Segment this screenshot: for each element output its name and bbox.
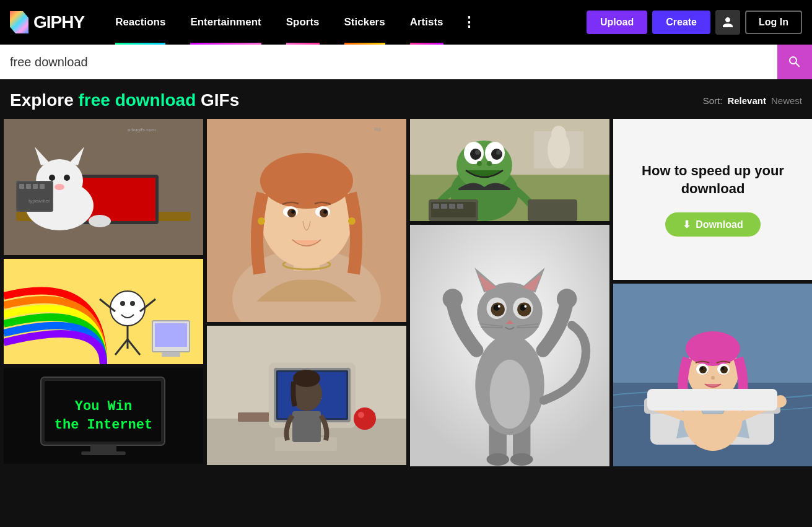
svg-point-131 (686, 331, 740, 366)
gif-cat-typing[interactable]: typewriter orkugifs.com (4, 119, 203, 255)
gif-smiling-woman[interactable]: Re (207, 119, 406, 322)
gif-placeholder-cat-standing (410, 225, 609, 466)
svg-rect-69 (292, 411, 321, 442)
explore-title: Explore free download GIFs (10, 90, 239, 110)
ad-title: How to speed up your download (626, 162, 800, 198)
svg-rect-93 (528, 199, 577, 221)
svg-text:You Win: You Win (75, 399, 132, 414)
svg-rect-30 (155, 323, 187, 347)
svg-point-70 (354, 407, 376, 430)
upload-button[interactable]: Upload (587, 11, 647, 34)
gif-placeholder-woman: Re (207, 119, 406, 322)
search-icon (787, 54, 802, 69)
giphy-logo-text: GIPHY (33, 12, 84, 32)
gif-woman-boat[interactable] (613, 284, 812, 466)
svg-point-45 (260, 153, 353, 209)
nav-stickers[interactable]: Stickers (332, 0, 398, 45)
svg-point-21 (110, 291, 145, 326)
svg-point-9 (64, 175, 70, 181)
svg-point-103 (557, 289, 577, 308)
header: GIPHY Reactions Entertainment Sports Sti… (0, 0, 812, 45)
search-area (0, 45, 812, 79)
svg-rect-38 (81, 451, 126, 455)
gif-placeholder-rainbow (4, 259, 203, 364)
login-button[interactable]: Log In (745, 11, 802, 34)
sort-newest[interactable]: Newest (771, 95, 802, 106)
svg-point-116 (524, 305, 526, 308)
ad-download-speed[interactable]: How to speed up your download Download (613, 119, 812, 280)
gif-column-1: typewriter orkugifs.com (4, 119, 203, 466)
svg-point-86 (487, 161, 492, 166)
svg-rect-92 (457, 204, 463, 209)
search-button[interactable] (777, 45, 812, 79)
gif-person-computer[interactable]: loading... (207, 326, 406, 465)
svg-point-115 (498, 305, 500, 308)
sort-relevant[interactable]: Relevant (727, 95, 766, 106)
svg-point-68 (293, 370, 320, 387)
svg-text:typewriter: typewriter (28, 198, 50, 204)
gif-cat-standing[interactable] (410, 225, 609, 466)
main-nav: Reactions Entertainment Sports Stickers … (103, 0, 574, 45)
sort-label: Sort: (703, 95, 723, 106)
svg-point-137 (722, 367, 725, 370)
nav-artists[interactable]: Artists (398, 0, 456, 45)
svg-rect-37 (90, 445, 116, 451)
explore-heading: Explore free download GIFs Sort: Relevan… (0, 79, 812, 119)
gif-placeholder-oldpc: loading... (207, 326, 406, 465)
nav-reactions[interactable]: Reactions (103, 0, 178, 45)
logo-area[interactable]: GIPHY (10, 11, 84, 33)
svg-point-104 (477, 282, 542, 342)
gif-column-3 (410, 119, 609, 466)
nav-sports[interactable]: Sports (274, 0, 332, 45)
search-input[interactable] (10, 55, 777, 69)
gif-grid: typewriter orkugifs.com (0, 119, 812, 470)
svg-rect-15 (19, 184, 24, 189)
svg-point-101 (490, 360, 530, 429)
svg-rect-140 (647, 389, 777, 411)
svg-point-138 (711, 376, 715, 380)
svg-point-134 (699, 366, 707, 373)
giphy-logo-icon (10, 11, 28, 33)
gif-you-win-internet[interactable]: You Win the Internet (4, 368, 203, 464)
gif-placeholder-kermit (410, 119, 609, 221)
gif-placeholder-monitor: You Win the Internet (4, 368, 203, 464)
create-button[interactable]: Create (652, 11, 710, 34)
svg-point-136 (701, 367, 704, 370)
gif-placeholder-boat-woman (613, 284, 812, 466)
svg-rect-91 (449, 204, 455, 209)
gif-kermit-typing[interactable] (410, 119, 609, 221)
gif-column-2: Re loading... (207, 119, 406, 466)
gif-column-4: How to speed up your download Download (613, 119, 812, 466)
svg-point-135 (720, 366, 728, 373)
svg-line-119 (481, 327, 502, 328)
svg-point-53 (348, 217, 356, 225)
svg-point-78 (456, 141, 512, 190)
nav-more-button[interactable]: ⋮ (456, 0, 482, 45)
svg-point-84 (496, 150, 501, 155)
svg-rect-16 (26, 184, 31, 189)
svg-point-85 (477, 161, 482, 166)
nav-entertainment[interactable]: Entertainment (178, 0, 273, 45)
gif-rainbow-cartoon[interactable] (4, 259, 203, 364)
svg-text:orkugifs.com: orkugifs.com (128, 127, 156, 133)
svg-point-11 (89, 215, 111, 227)
svg-point-71 (358, 412, 364, 418)
svg-point-98 (487, 453, 509, 466)
svg-point-8 (49, 175, 55, 181)
svg-rect-90 (441, 204, 447, 209)
sort-area: Sort: Relevant Newest (703, 95, 802, 106)
svg-point-51 (323, 210, 327, 214)
svg-point-76 (551, 126, 566, 143)
svg-text:the Internet: the Internet (55, 417, 152, 433)
svg-point-52 (258, 217, 265, 225)
svg-rect-17 (33, 184, 38, 189)
user-icon-button[interactable] (715, 10, 740, 35)
header-actions: Upload Create Log In (587, 10, 802, 35)
user-icon (722, 16, 734, 28)
ad-download-button[interactable]: Download (665, 212, 760, 237)
gif-placeholder-cat: typewriter orkugifs.com (4, 119, 203, 255)
svg-point-23 (130, 301, 135, 306)
svg-point-22 (120, 301, 125, 306)
svg-rect-31 (162, 352, 180, 357)
svg-rect-89 (433, 204, 439, 209)
